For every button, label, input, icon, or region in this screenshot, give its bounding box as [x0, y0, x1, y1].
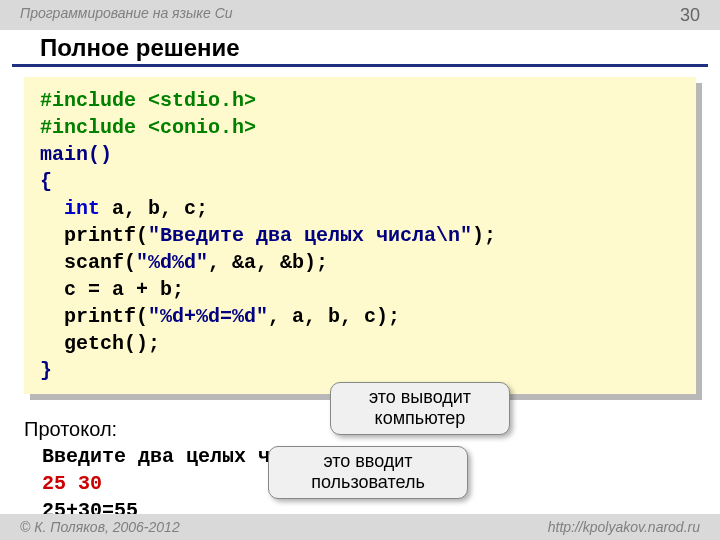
callout-user: это вводит пользователь [268, 446, 468, 499]
code-line: getch(); [40, 332, 160, 355]
code-line: printf( [40, 224, 148, 247]
code-string: "%d%d" [136, 251, 208, 274]
code-line: { [40, 170, 52, 193]
code-line: #include [40, 116, 148, 139]
code-line: #include [40, 89, 148, 112]
code-line: <conio.h> [148, 116, 256, 139]
code-line: } [40, 359, 52, 382]
page-title: Полное решение [40, 34, 708, 62]
code-line: a, b, c; [100, 197, 208, 220]
copyright: © К. Поляков, 2006-2012 [20, 519, 180, 535]
title-row: Полное решение [12, 30, 708, 67]
code-line: , &a, &b); [208, 251, 328, 274]
code-keyword: int [40, 197, 100, 220]
code-block: #include <stdio.h> #include <conio.h> ma… [24, 77, 696, 394]
page-number: 30 [680, 5, 700, 26]
course-label: Программирование на языке Си [20, 5, 233, 26]
header-band: Программирование на языке Си 30 [0, 0, 720, 30]
code-line: <stdio.h> [148, 89, 256, 112]
code-line: ); [472, 224, 496, 247]
code-line: c = a + b; [40, 278, 184, 301]
code-line: printf( [40, 305, 148, 328]
footer-band: © К. Поляков, 2006-2012 http://kpolyakov… [0, 514, 720, 540]
code-box: #include <stdio.h> #include <conio.h> ma… [24, 77, 696, 394]
code-string: "%d+%d=%d" [148, 305, 268, 328]
code-line: , a, b, c); [268, 305, 400, 328]
footer-url: http://kpolyakov.narod.ru [548, 519, 700, 535]
callout-computer: это выводит компьютер [330, 382, 510, 435]
code-line: main() [40, 143, 112, 166]
code-line: scanf( [40, 251, 136, 274]
code-string: "Введите два целых числа\n" [148, 224, 472, 247]
